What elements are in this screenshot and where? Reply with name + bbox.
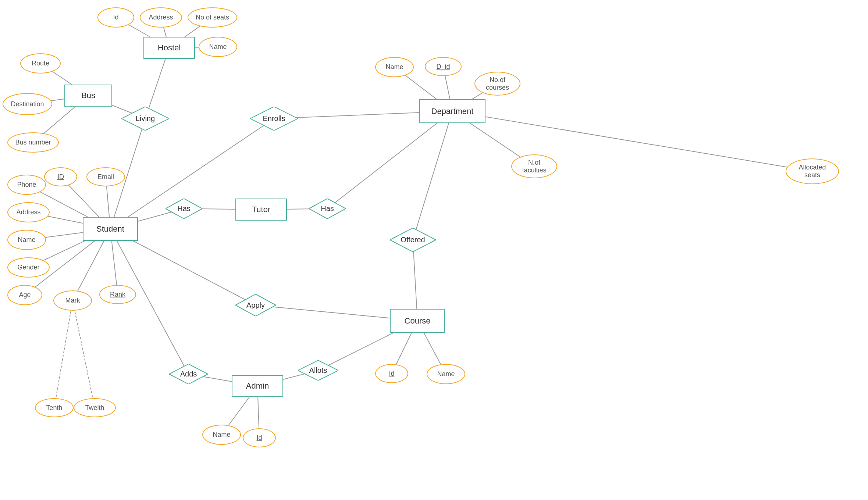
attribute-student_mark: Mark [53, 290, 92, 311]
svg-line-33 [413, 111, 453, 240]
relationship-offered: Offered [390, 228, 436, 252]
svg-line-38 [452, 111, 812, 172]
entity-hostel: Hostel [143, 37, 195, 59]
svg-line-18 [54, 301, 73, 408]
entity-student: Student [83, 217, 138, 241]
attribute-student_address: Address [7, 202, 50, 222]
attribute-student_phone: Phone [7, 175, 46, 195]
attribute-dept_name: Name [375, 57, 414, 77]
attribute-admin_id: Id [243, 428, 276, 447]
attribute-student_email: Email [86, 167, 125, 186]
attribute-course_name: Name [427, 364, 465, 384]
attribute-course_id: Id [375, 364, 408, 383]
attribute-hostel_id: Id [97, 7, 134, 28]
attribute-bus_route: Route [20, 53, 61, 74]
entity-department: Department [419, 99, 485, 123]
attribute-bus_destination: Destination [3, 93, 52, 115]
relationship-enrolls: Enrolls [250, 107, 298, 131]
er-diagram: HostelBusStudentTutorAdminCourseDepartme… [0, 0, 868, 500]
attribute-student_twelth: Twelth [74, 398, 116, 417]
entity-bus: Bus [64, 85, 112, 107]
attribute-student_name: Name [7, 230, 46, 250]
relationship-apply: Apply [235, 294, 276, 316]
attribute-bus_number: Bus number [7, 132, 59, 153]
attribute-dept_seats: Allocated seats [786, 158, 839, 184]
attribute-hostel_name: Name [199, 37, 237, 57]
relationship-allots: Allots [298, 360, 338, 381]
entity-admin: Admin [232, 375, 283, 397]
svg-line-26 [327, 111, 452, 209]
relationship-adds: Adds [169, 364, 208, 384]
svg-line-19 [73, 301, 95, 408]
relationship-has1: Has [166, 199, 202, 219]
attribute-student_gender: Gender [7, 257, 50, 278]
relationship-has2: Has [309, 199, 346, 219]
attribute-dept_did: D_id [425, 57, 462, 76]
attribute-student_rank: Rank [99, 285, 136, 304]
attribute-admin_name: Name [202, 425, 241, 445]
attribute-student_tenth: Tenth [35, 398, 74, 417]
relationship-living: Living [121, 107, 169, 131]
attribute-hostel_seats: No.of seats [188, 7, 237, 28]
attribute-student_age: Age [7, 285, 42, 305]
attribute-dept_faculties: N.of faculties [511, 154, 557, 178]
attribute-dept_courses: No.of courses [474, 72, 520, 96]
attribute-student_id: ID [44, 167, 77, 186]
attribute-hostel_address: Address [140, 7, 182, 28]
entity-course: Course [390, 309, 445, 333]
entity-tutor: Tutor [235, 199, 287, 221]
